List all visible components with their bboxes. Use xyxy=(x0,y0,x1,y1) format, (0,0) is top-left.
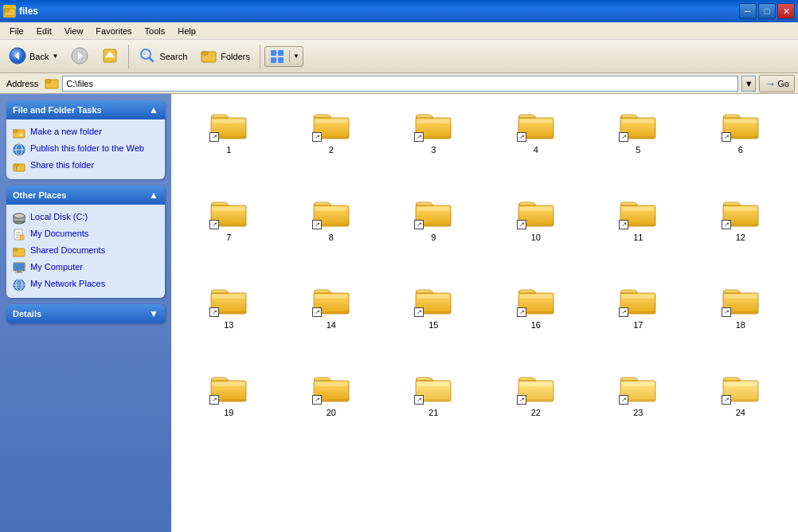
svg-point-10 xyxy=(143,52,147,55)
folder-name: 11 xyxy=(633,233,643,242)
folder-item-10[interactable]: ↗ 10 xyxy=(485,188,588,276)
my-computer-icon xyxy=(13,262,25,275)
folder-item-9[interactable]: ↗ 9 xyxy=(382,188,485,276)
folder-item-22[interactable]: ↗ 22 xyxy=(485,363,588,451)
folder-name: 2 xyxy=(329,145,334,155)
folder-name: 3 xyxy=(431,145,436,155)
svg-rect-15 xyxy=(271,57,276,63)
svg-rect-112 xyxy=(520,382,552,386)
sidebar-link-network[interactable]: My Network Places xyxy=(13,276,158,293)
shortcut-arrow-icon: ↗ xyxy=(312,220,322,229)
folder-item-3[interactable]: ↗ 3 xyxy=(382,100,485,188)
up-button[interactable] xyxy=(96,44,124,69)
up-icon xyxy=(101,47,119,66)
window-controls: ─ □ ✕ xyxy=(739,3,795,19)
folder-icon-wrap: ↗ xyxy=(722,284,760,317)
folder-item-15[interactable]: ↗ 15 xyxy=(382,276,485,363)
local-disk-label: Local Disk (C:) xyxy=(30,211,88,222)
view-button[interactable]: ▼ xyxy=(264,46,303,67)
folder-item-17[interactable]: ↗ 17 xyxy=(587,276,690,363)
sidebar-header-tasks[interactable]: File and Folder Tasks ▲ xyxy=(6,100,165,119)
toolbar-separator-1 xyxy=(128,45,129,68)
forward-button[interactable] xyxy=(65,44,94,69)
window-icon xyxy=(3,5,16,18)
shortcut-arrow-icon: ↗ xyxy=(414,132,424,142)
maximize-button[interactable]: □ xyxy=(758,3,776,19)
svg-rect-38 xyxy=(13,248,18,251)
folder-item-4[interactable]: ↗ 4 xyxy=(485,100,588,188)
folder-item-14[interactable]: ↗ 14 xyxy=(280,276,383,363)
sidebar-section-details: Details ▼ xyxy=(6,304,165,323)
sidebar-link-publish[interactable]: Publish this folder to the Web xyxy=(13,141,158,158)
sidebar-header-details[interactable]: Details ▼ xyxy=(6,304,165,323)
shortcut-arrow-icon: ↗ xyxy=(619,395,628,405)
folder-item-13[interactable]: ↗ 13 xyxy=(178,276,280,363)
sidebar-header-places[interactable]: Other Places ▲ xyxy=(6,186,165,205)
folders-button[interactable]: Folders xyxy=(194,44,256,69)
folder-item-6[interactable]: ↗ 6 xyxy=(690,100,792,188)
folder-icon-wrap: ↗ xyxy=(722,196,760,229)
folder-name: 16 xyxy=(531,320,541,330)
folder-icon-wrap: ↗ xyxy=(722,108,760,142)
menu-favorites[interactable]: Favorites xyxy=(89,25,138,37)
svg-rect-42 xyxy=(15,272,23,273)
sidebar-link-new-folder[interactable]: + Make a new folder xyxy=(13,124,158,141)
folder-item-21[interactable]: ↗ 21 xyxy=(382,363,485,451)
folder-item-20[interactable]: ↗ 20 xyxy=(280,363,383,451)
my-documents-icon xyxy=(13,229,25,241)
svg-point-30 xyxy=(14,213,25,218)
minimize-button[interactable]: ─ xyxy=(739,3,757,19)
sidebar-link-my-computer[interactable]: My Computer xyxy=(13,260,158,276)
folder-item-1[interactable]: ↗ 1 xyxy=(178,100,280,188)
local-disk-icon xyxy=(13,212,25,225)
sidebar-link-shared-docs[interactable]: Shared Documents xyxy=(13,243,158,260)
folder-name: 12 xyxy=(736,233,745,242)
folder-item-11[interactable]: ↗ 11 xyxy=(587,188,690,276)
folder-item-24[interactable]: ↗ 24 xyxy=(690,363,792,451)
svg-text:+: + xyxy=(19,131,23,139)
network-label: My Network Places xyxy=(30,278,105,289)
sidebar-link-local-disk[interactable]: Local Disk (C:) xyxy=(13,209,158,226)
svg-rect-118 xyxy=(725,382,757,386)
back-button[interactable]: Back ▼ xyxy=(3,44,64,69)
sidebar-link-my-documents[interactable]: My Documents xyxy=(13,226,158,243)
folder-name: 20 xyxy=(327,408,336,417)
places-collapse-icon: ▲ xyxy=(149,190,158,201)
search-label: Search xyxy=(159,52,187,61)
folder-item-16[interactable]: ↗ 16 xyxy=(485,276,588,363)
folder-name: 1 xyxy=(226,145,231,155)
shortcut-arrow-icon: ↗ xyxy=(517,220,526,229)
go-button[interactable]: → Go xyxy=(759,75,795,92)
folder-name: 13 xyxy=(224,320,233,330)
menu-edit[interactable]: Edit xyxy=(30,25,58,37)
folder-item-5[interactable]: ↗ 5 xyxy=(587,100,690,188)
folder-item-18[interactable]: ↗ 18 xyxy=(690,276,792,363)
shortcut-arrow-icon: ↗ xyxy=(517,307,526,317)
folder-item-19[interactable]: ↗ 19 xyxy=(178,363,280,451)
folder-name: 10 xyxy=(531,233,541,242)
shortcut-arrow-icon: ↗ xyxy=(722,220,731,229)
svg-rect-97 xyxy=(622,295,654,299)
folder-item-2[interactable]: ↗ 2 xyxy=(280,100,383,188)
svg-rect-70 xyxy=(315,207,347,211)
sidebar-link-share[interactable]: ↑ Share this folder xyxy=(13,158,158,174)
menu-help[interactable]: Help xyxy=(171,25,202,37)
folder-item-8[interactable]: ↗ 8 xyxy=(280,188,383,276)
address-dropdown[interactable]: ▼ xyxy=(741,76,756,92)
folder-item-12[interactable]: ↗ 12 xyxy=(690,188,792,276)
menu-file[interactable]: File xyxy=(3,25,30,37)
folder-item-7[interactable]: ↗ 7 xyxy=(178,188,280,276)
menu-tools[interactable]: Tools xyxy=(139,25,172,37)
view-dropdown-icon[interactable]: ▼ xyxy=(289,50,303,62)
folder-item-23[interactable]: ↗ 23 xyxy=(587,363,690,451)
search-button[interactable]: Search xyxy=(133,44,193,69)
svg-rect-16 xyxy=(278,57,284,63)
address-input[interactable] xyxy=(62,76,738,92)
folder-icon-wrap: ↗ xyxy=(619,284,657,317)
shortcut-arrow-icon: ↗ xyxy=(517,395,526,405)
shortcut-arrow-icon: ↗ xyxy=(414,220,424,229)
folder-name: 23 xyxy=(633,408,643,417)
menu-view[interactable]: View xyxy=(58,25,90,37)
close-button[interactable]: ✕ xyxy=(777,3,795,19)
folder-name: 18 xyxy=(736,320,745,330)
